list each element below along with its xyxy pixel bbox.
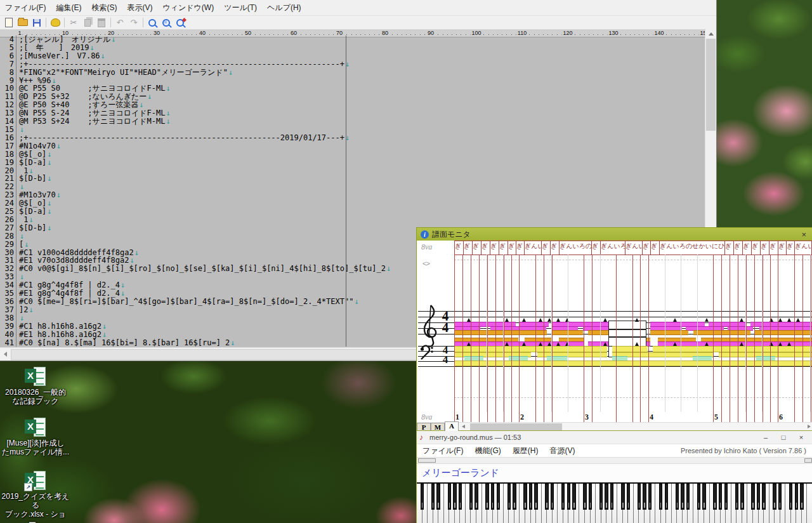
scroll-left-arrow[interactable] [4, 352, 7, 357]
piano-black-key[interactable] [523, 484, 527, 510]
cut-icon[interactable]: ✂ [67, 17, 81, 29]
piano-black-key[interactable] [778, 484, 782, 510]
piano-black-key[interactable] [529, 484, 532, 510]
zoom-search-icon[interactable] [145, 17, 159, 29]
piano-black-key[interactable] [719, 484, 722, 510]
player-menu-item-1[interactable]: 機能(G) [469, 444, 506, 458]
score-horizontal-scrollbar[interactable] [459, 422, 812, 431]
player-menu-item-0[interactable]: ファイル(F) [417, 444, 469, 458]
score-monitor-titlebar[interactable]: i 譜面モニタ × [417, 228, 812, 241]
piano-black-key[interactable] [627, 484, 630, 510]
piano-black-key[interactable] [475, 484, 478, 510]
minimize-button[interactable]: – [757, 434, 775, 441]
piano-black-key[interactable] [545, 484, 548, 510]
muse-play-icon[interactable] [48, 17, 62, 29]
position-right-box[interactable] [804, 458, 812, 463]
desktop-icon-0[interactable]: X20180326_一般的な記録ブック [0, 367, 71, 406]
piano-black-key[interactable] [676, 484, 679, 510]
piano-black-key[interactable] [497, 484, 500, 510]
piano-black-key[interactable] [773, 484, 776, 510]
horizontal-scroll-thumb[interactable] [11, 349, 418, 360]
score-canvas[interactable]: <> 44 44 [417, 255, 812, 412]
close-button[interactable]: × [792, 434, 810, 441]
piano-white-key[interactable] [807, 484, 812, 523]
open-folder-icon[interactable] [16, 17, 30, 29]
piano-black-key[interactable] [800, 484, 803, 510]
piano-black-key[interactable] [757, 484, 760, 510]
piano-black-key[interactable] [735, 484, 738, 510]
piano-black-key[interactable] [453, 484, 456, 510]
code-line: 7;+-------------------------------------… [0, 60, 705, 69]
piano-black-key[interactable] [795, 484, 798, 510]
piano-black-key[interactable] [638, 484, 641, 510]
scroll-thumb[interactable] [470, 423, 562, 430]
player-menu-item-2[interactable]: 履歴(H) [507, 444, 544, 458]
editor-menu-item-3[interactable]: 表示(V) [122, 0, 157, 16]
close-icon[interactable]: × [799, 230, 809, 239]
piano-black-key[interactable] [485, 484, 488, 510]
position-thumb[interactable] [418, 458, 436, 463]
piano-black-key[interactable] [643, 484, 646, 510]
excel-file-icon: X↗ [24, 471, 47, 490]
piano-black-key[interactable] [534, 484, 537, 510]
editor-menu-item-1[interactable]: 編集(E) [51, 0, 86, 16]
piano-black-key[interactable] [572, 484, 575, 510]
piano-black-key[interactable] [436, 484, 440, 510]
piano-black-key[interactable] [605, 484, 608, 510]
zoom-doc-icon[interactable] [159, 17, 173, 29]
copy-icon[interactable] [81, 17, 95, 29]
scroll-up-arrow[interactable] [709, 32, 714, 36]
piano-black-key[interactable] [459, 484, 462, 510]
piano-black-key[interactable] [610, 484, 613, 510]
piano-black-key[interactable] [740, 484, 743, 510]
editor-menu-item-2[interactable]: 検索(S) [86, 0, 122, 16]
maximize-button[interactable]: □ [775, 434, 792, 441]
piano-black-key[interactable] [599, 484, 603, 510]
piano-black-key[interactable] [665, 484, 668, 510]
scroll-left-arrow[interactable] [462, 425, 465, 428]
piano-black-key[interactable] [561, 484, 565, 510]
piano-black-key[interactable] [567, 484, 570, 510]
piano-black-key[interactable] [589, 484, 592, 510]
scroll-right-arrow[interactable] [808, 425, 811, 428]
piano-black-key[interactable] [686, 484, 690, 510]
piano-keyboard[interactable] [417, 482, 812, 523]
piano-black-key[interactable] [762, 484, 765, 510]
editor-menu-item-5[interactable]: ツール(T) [219, 0, 262, 16]
editor-menu-item-4[interactable]: ウィンドウ(W) [157, 0, 219, 16]
editor-menu-item-0[interactable]: ファイル(F) [0, 0, 51, 16]
player-position-strip[interactable] [417, 457, 812, 464]
redo-icon[interactable]: ↷ [127, 17, 141, 29]
piano-black-key[interactable] [448, 484, 451, 510]
undo-icon[interactable]: ↶ [113, 17, 127, 29]
piano-black-key[interactable] [697, 484, 700, 510]
player-titlebar[interactable]: ♪ merry-go-round.mus — 01:53 – □ × [417, 431, 812, 444]
piano-black-key[interactable] [469, 484, 473, 510]
piano-black-key[interactable] [751, 484, 754, 510]
piano-black-key[interactable] [713, 484, 716, 510]
piano-black-key[interactable] [621, 484, 624, 510]
editor-menu-item-6[interactable]: ヘルプ(H) [262, 0, 306, 16]
piano-black-key[interactable] [702, 484, 705, 510]
piano-black-key[interactable] [681, 484, 684, 510]
piano-black-key[interactable] [508, 484, 511, 510]
save-icon[interactable] [30, 17, 44, 29]
piano-black-key[interactable] [583, 484, 586, 510]
desktop-icon-2[interactable]: X↗2019_クイズを考えるブック.xlsx - ショー... [0, 471, 71, 523]
paste-icon[interactable] [95, 17, 108, 29]
piano-black-key[interactable] [551, 484, 554, 510]
player-menu-item-3[interactable]: 音源(V) [544, 444, 580, 458]
piano-black-key[interactable] [659, 484, 662, 510]
piano-black-key[interactable] [513, 484, 516, 510]
vertical-scroll-thumb[interactable] [706, 39, 716, 131]
zoom-mark-icon[interactable] [173, 17, 187, 29]
desktop-icon-1[interactable]: X[Muse][淡]作成したmusファイル情... [0, 418, 71, 456]
piano-black-key[interactable] [491, 484, 494, 510]
piano-black-key[interactable] [789, 484, 792, 510]
piano-black-key[interactable] [431, 484, 435, 510]
piano-black-key[interactable] [724, 484, 728, 510]
piano-black-key[interactable] [648, 484, 652, 510]
new-file-icon[interactable] [2, 17, 16, 29]
score-tab-a[interactable]: A [445, 421, 459, 431]
piano-black-key[interactable] [421, 484, 424, 510]
